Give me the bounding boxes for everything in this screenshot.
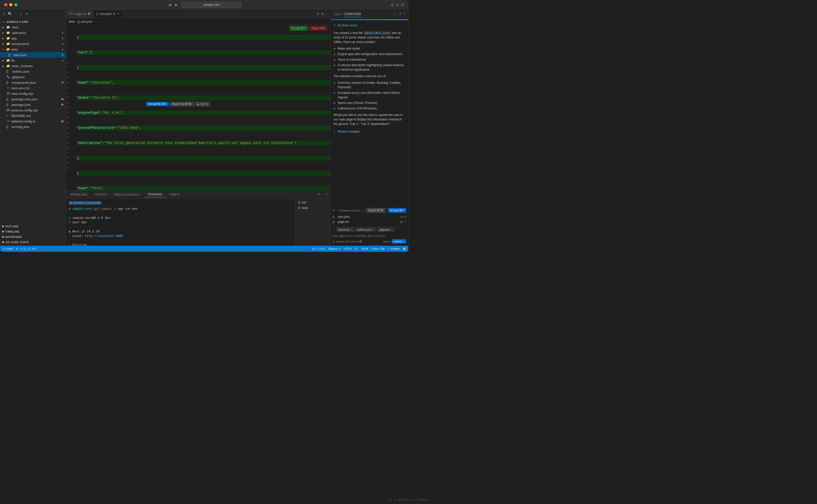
sidebar-item-next-env[interactable]: TS next-env.d.ts <box>0 85 65 91</box>
sidebar-item-specstory[interactable]: ▶ 📁 .specstory ● <box>0 30 65 35</box>
status-encoding[interactable]: UTF-8 <box>344 247 352 250</box>
branch-icon[interactable]: ⑂ <box>15 11 18 16</box>
add-terminal-icon[interactable]: ＋ <box>312 192 315 197</box>
sidebar-item-components-json[interactable]: {} components.json U <box>0 80 65 85</box>
more-actions-icon[interactable]: ··· <box>326 12 328 16</box>
nav-next-icon[interactable]: ▼ <box>205 103 208 106</box>
nav-prev-icon[interactable]: ▲ <box>197 103 199 106</box>
root-chevron[interactable]: ▼ <box>2 21 6 23</box>
sidebar-item-cars-json[interactable]: {} cars.json U <box>0 52 65 58</box>
sidebar-item-lib[interactable]: ▶ 📁 lib ● <box>0 58 65 63</box>
sidebar-item-app[interactable]: ▶ 📁 app ● <box>0 35 65 41</box>
terminal-zsh[interactable]: $ zsh <box>295 200 330 205</box>
model-selector[interactable]: ◎ claude-3.5-sonnet 🖼 <box>333 240 362 243</box>
sidebar-item-tsconfig[interactable]: {} tsconfig.json <box>0 124 65 130</box>
tag-close-icon[interactable]: × <box>373 228 374 231</box>
layout-icon[interactable]: ⊞ <box>391 3 394 7</box>
search-bar[interactable]: sample-cars <box>181 2 242 8</box>
tab-page-tsx[interactable]: TSX page.tsx M <box>66 9 93 18</box>
status-notifications[interactable]: 🔔 <box>403 247 406 250</box>
copy-icon[interactable]: ⎘ <box>2 11 5 16</box>
tag-close-icon[interactable]: × <box>351 228 352 231</box>
chat-tab-composer[interactable]: COMPOSER <box>344 11 361 17</box>
sidebar-item-data[interactable]: ▼ 📂 data ● <box>0 47 65 52</box>
back-button[interactable]: ◀ <box>167 2 173 7</box>
sidebar-item-readme[interactable]: ℹ README.md <box>0 113 65 118</box>
chat-input-area <box>333 234 406 238</box>
chat-tab-chat[interactable]: CHAT <box>334 12 342 17</box>
status-language[interactable]: JSON <box>361 247 368 250</box>
reject-file-button[interactable]: Reject file ⌘⌫ <box>170 102 194 106</box>
layout-icon[interactable]: ⊞ <box>321 12 324 16</box>
status-warnings[interactable]: ⚠ 0 △ 0 <box>20 247 30 250</box>
status-sync[interactable]: ↺ <box>16 247 18 250</box>
history-icon[interactable]: ↺ <box>399 12 401 16</box>
status-line-ending[interactable]: LF <box>355 247 358 250</box>
sidebar-item-components[interactable]: ▶ 📁 components ● <box>0 41 65 47</box>
submit-button[interactable]: submit ↵ <box>392 239 406 244</box>
terminal-node[interactable]: $ node <box>295 205 330 211</box>
sidebar-item-next-config[interactable]: JS next.config.mjs <box>0 91 65 96</box>
tag-close-icon[interactable]: × <box>391 228 393 231</box>
notepads-section[interactable]: ▶ NOTEPADS <box>0 234 65 239</box>
file-item-page-tsx[interactable]: ◈ page.tsx 1/1 ✓ <box>333 219 406 224</box>
code-line-4: "make": "Chevrolet", <box>77 80 330 85</box>
accept-button[interactable]: Accept ⌘Y <box>290 26 308 31</box>
accept-all-button[interactable]: Accept ⌘↵ <box>388 208 406 213</box>
timeline-section[interactable]: ▶ TIMELINE <box>0 229 65 234</box>
close-button[interactable] <box>4 3 7 6</box>
sidebar-item-next[interactable]: ▶ 📁 .next <box>0 24 65 30</box>
status-info[interactable]: ℹ 0 <box>32 247 36 250</box>
chat-input[interactable] <box>333 234 406 238</box>
status-spaces[interactable]: Spaces: 4 <box>329 247 341 250</box>
sidebar-item-eslintrc[interactable]: {} .eslintrc.json <box>0 69 65 74</box>
add-chat-icon[interactable]: ＋ <box>394 12 397 16</box>
tab-problems[interactable]: PROBLEMS <box>68 192 91 197</box>
tab-ports[interactable]: PORTS <box>167 192 183 197</box>
accept-file-button[interactable]: Accept file ⌘↵ <box>146 102 169 106</box>
file-nav[interactable]: ▲ 1/1 ▼ <box>195 102 210 106</box>
sidebar-item-package-lock[interactable]: {} package-lock.json M <box>0 96 65 102</box>
tab-debug-console[interactable]: DEBUG CONSOLE <box>111 192 143 197</box>
code-area[interactable]: { "cars": [ { "make": "Chevrolet", "mode… <box>76 25 330 190</box>
sidebar-item-gitignore[interactable]: 🔧 .gitignore <box>0 74 65 80</box>
close-chat-icon[interactable]: × <box>403 12 405 16</box>
tab-output[interactable]: OUTPUT <box>92 192 110 197</box>
close-panel-icon[interactable]: × <box>326 192 328 197</box>
line-num-25: 25 <box>66 146 74 151</box>
status-branch[interactable]: ⎇ main* <box>2 247 14 250</box>
sidebar-item-tailwind[interactable]: TS tailwind.config.ts M <box>0 118 65 124</box>
tab-close-button[interactable]: × <box>116 11 119 16</box>
review-changes-button[interactable]: ✓ Review changes <box>334 128 405 135</box>
status-indent[interactable]: Cursor Tab <box>371 247 385 250</box>
file-item-cars-json[interactable]: {} cars.json 1/1 ● <box>333 214 406 219</box>
outline-section[interactable]: ▶ OUTLINE <box>0 224 65 229</box>
chat-header: CHAT COMPOSER ··· ＋ ↺ × <box>331 9 408 19</box>
run-icon[interactable]: ▷ <box>20 11 23 16</box>
forward-button[interactable]: ▶ <box>174 2 179 7</box>
search-icon[interactable]: 🔍 <box>7 11 13 16</box>
minimize-button[interactable] <box>9 3 12 6</box>
terminal-main[interactable]: ✱ History restored ⊕ sample-cars git:(ma… <box>66 199 295 246</box>
chevron-down-icon[interactable]: ▾ <box>25 11 28 16</box>
more-panel-icon[interactable]: ··· <box>322 192 324 197</box>
vscode-state-section[interactable]: ▶ VS CODE STATE <box>0 239 65 245</box>
sidebar-item-package-json[interactable]: {} package.json M <box>0 102 65 107</box>
sidebar-item-postcss[interactable]: JS postcss.config.mjs <box>0 107 65 113</box>
tab-cars-json[interactable]: {} cars.json U × <box>93 9 123 18</box>
reject-button[interactable]: Reject ⌘N <box>309 26 327 31</box>
status-position[interactable]: Ln 1, Col 1 <box>312 247 325 250</box>
tab-terminal[interactable]: TERMINAL <box>144 192 166 198</box>
add-tag-icon[interactable]: ＋ <box>333 228 335 232</box>
split-editor-icon[interactable]: ⊟ <box>317 12 319 16</box>
chevron-down-icon[interactable]: ▼ <box>333 209 335 212</box>
status-formatter[interactable]: ✓ Prettier <box>388 247 400 250</box>
split-icon[interactable]: ⊟ <box>396 3 399 7</box>
line-num-8: 8 <box>66 60 74 65</box>
maximize-button[interactable] <box>14 3 17 6</box>
settings-icon[interactable]: ⚙ <box>401 3 404 7</box>
status-badge: ● <box>62 37 63 40</box>
sidebar-item-node-modules[interactable]: ▶ 📁 node_modules <box>0 63 65 69</box>
split-terminal-icon[interactable]: ⊟ <box>317 192 320 197</box>
reject-all-button[interactable]: Reject ⌘⌫ <box>366 208 386 213</box>
